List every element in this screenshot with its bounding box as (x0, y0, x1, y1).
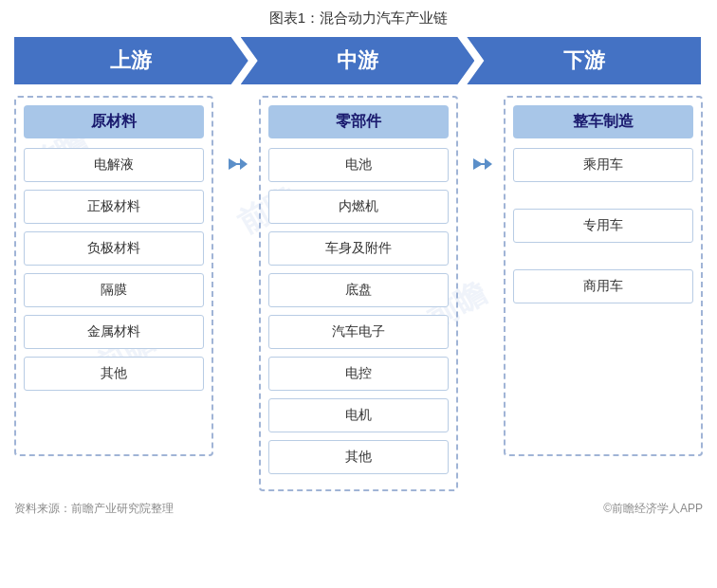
list-item: 正极材料 (24, 190, 204, 224)
list-item: 负极材料 (24, 231, 204, 266)
list-item: 隔膜 (24, 273, 204, 307)
page-wrapper: 前瞻 前瞻 前瞻 前瞻 图表1：混合动力汽车产业链 上游 中游 下游 原材料 电… (0, 0, 717, 588)
list-item: 电机 (268, 398, 449, 432)
footer: 资料来源：前瞻产业研究院整理 ©前瞻经济学人APP (14, 501, 703, 517)
list-item: 其他 (268, 440, 449, 474)
list-item: 金属材料 (24, 315, 204, 349)
list-item: 汽车电子 (268, 315, 449, 349)
copyright-text: ©前瞻经济学人APP (603, 501, 703, 517)
midstream-header: 零部件 (268, 105, 449, 138)
downstream-header: 整车制造 (513, 105, 693, 138)
list-item: 电池 (268, 148, 449, 182)
chart-title: 图表1：混合动力汽车产业链 (14, 9, 703, 28)
banner-midstream: 中游 (241, 37, 475, 84)
list-item: 商用车 (513, 269, 693, 303)
list-item: 其他 (24, 357, 204, 391)
banner-upstream: 上游 (14, 37, 248, 84)
midstream-column: 零部件 电池 内燃机 车身及附件 底盘 汽车电子 电控 电机 其他 (259, 96, 458, 491)
svg-marker-2 (240, 158, 248, 170)
banner-downstream: 下游 (467, 37, 701, 84)
columns-row: 原材料 电解液 正极材料 负极材料 隔膜 金属材料 其他 零部件 电池 内燃机 … (14, 96, 703, 491)
list-item: 电解液 (24, 148, 204, 182)
arrow-mid-to-down (468, 153, 494, 175)
upstream-column: 原材料 电解液 正极材料 负极材料 隔膜 金属材料 其他 (14, 96, 213, 456)
upstream-header: 原材料 (24, 105, 204, 138)
source-text: 资料来源：前瞻产业研究院整理 (14, 501, 174, 517)
downstream-column: 整车制造 乘用车 专用车 商用车 (504, 96, 703, 456)
arrow-up-to-mid (223, 153, 249, 175)
list-item: 乘用车 (513, 148, 693, 182)
svg-marker-5 (485, 158, 492, 170)
list-item: 底盘 (268, 273, 449, 307)
list-item: 内燃机 (268, 190, 449, 224)
banner-row: 上游 中游 下游 (14, 37, 703, 84)
list-item: 车身及附件 (268, 231, 449, 266)
list-item: 电控 (268, 357, 449, 391)
list-item: 专用车 (513, 209, 693, 243)
